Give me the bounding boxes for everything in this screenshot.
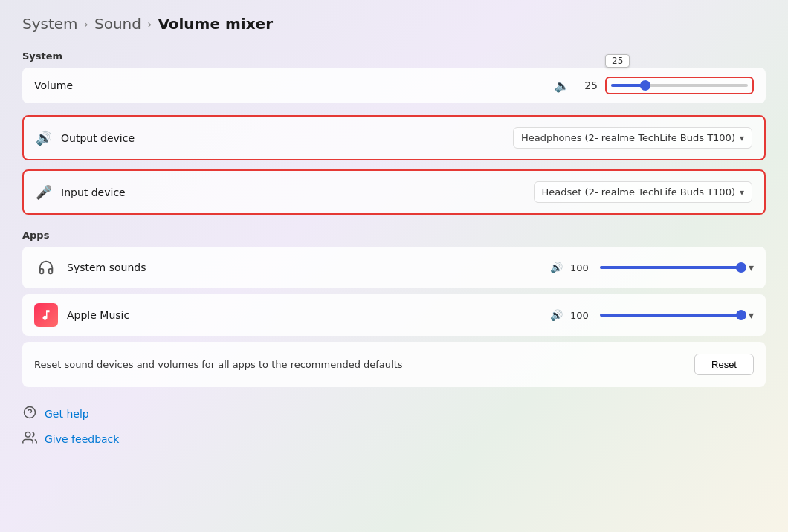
output-device-value: Headphones (2- realme TechLife Buds T100… (521, 132, 735, 143)
get-help-icon (22, 405, 37, 423)
system-sounds-expand[interactable]: ▾ (749, 262, 754, 273)
give-feedback-link[interactable]: Give feedback (22, 430, 766, 448)
input-device-row: 🎤 Input device Headset (2- realme TechLi… (24, 171, 764, 213)
system-sounds-volume-number: 100 (570, 262, 592, 273)
apps-section-label: Apps (22, 230, 766, 241)
volume-bubble: 25 (605, 54, 630, 68)
input-device-label: Input device (61, 186, 126, 198)
input-device-card: 🎤 Input device Headset (2- realme TechLi… (22, 169, 766, 215)
footer: Get help Give feedback (22, 405, 766, 448)
apple-music-card: Apple Music 🔊 100 ▾ (22, 294, 766, 336)
system-sounds-fill (600, 266, 741, 269)
volume-slider[interactable] (605, 77, 754, 94)
apple-music-icon (34, 303, 58, 327)
system-sounds-row: System sounds 🔊 100 ▾ (22, 247, 766, 288)
output-device-card: 🔊 Output device Headphones (2- realme Te… (22, 115, 766, 160)
input-device-select[interactable]: Headset (2- realme TechLife Buds T100) ▾ (534, 181, 752, 203)
system-sounds-controls: 🔊 100 ▾ (550, 259, 754, 276)
system-sounds-card: System sounds 🔊 100 ▾ (22, 247, 766, 288)
volume-slider-wrapper[interactable]: 25 (605, 77, 754, 94)
apple-music-track (600, 314, 741, 317)
reset-text: Reset sound devices and volumes for all … (34, 359, 403, 370)
system-sounds-slider[interactable] (600, 259, 741, 276)
volume-icon: 🔈 (555, 79, 569, 93)
output-device-label: Output device (61, 132, 135, 144)
volume-thumb[interactable] (640, 80, 650, 91)
apps-section: Apps System sounds 🔊 100 (22, 230, 766, 387)
volume-row: Volume 🔈 25 25 (22, 68, 766, 103)
apple-music-fill (600, 314, 741, 317)
volume-label: Volume (34, 80, 94, 91)
input-device-icon: 🎤 (36, 184, 52, 200)
apple-music-name: Apple Music (67, 309, 129, 321)
apple-music-volume-number: 100 (570, 310, 592, 321)
volume-number: 25 (577, 80, 598, 91)
output-device-select[interactable]: Headphones (2- realme TechLife Buds T100… (513, 127, 752, 149)
breadcrumb-sep2: › (147, 17, 152, 31)
reset-card: Reset sound devices and volumes for all … (22, 342, 766, 387)
apple-music-controls: 🔊 100 ▾ (550, 306, 754, 324)
give-feedback-label: Give feedback (45, 433, 119, 445)
breadcrumb-sep1: › (84, 17, 88, 31)
give-feedback-icon (22, 430, 37, 448)
volume-controls: 🔈 25 25 (555, 77, 754, 94)
svg-point-0 (25, 407, 36, 418)
apple-music-row: Apple Music 🔊 100 ▾ (22, 294, 766, 336)
svg-point-2 (25, 432, 30, 438)
reset-button[interactable]: Reset (694, 354, 754, 375)
get-help-link[interactable]: Get help (22, 405, 766, 423)
output-device-icon: 🔊 (36, 130, 52, 146)
volume-track (611, 84, 748, 87)
system-section-label: System (22, 51, 766, 62)
apple-music-slider[interactable] (600, 306, 741, 324)
system-sounds-icon (34, 256, 58, 279)
apple-music-volume-icon: 🔊 (550, 309, 563, 321)
breadcrumb: System › Sound › Volume mixer (22, 15, 766, 33)
breadcrumb-system[interactable]: System (22, 15, 78, 33)
system-sounds-volume-icon: 🔊 (550, 262, 563, 273)
get-help-label: Get help (45, 408, 89, 420)
system-sounds-thumb[interactable] (736, 262, 746, 273)
system-volume-card: Volume 🔈 25 25 (22, 68, 766, 103)
system-sounds-name: System sounds (67, 262, 146, 273)
output-device-row: 🔊 Output device Headphones (2- realme Te… (24, 117, 764, 159)
input-device-value: Headset (2- realme TechLife Buds T100) (542, 186, 735, 198)
system-sounds-track (600, 266, 741, 269)
apple-music-thumb[interactable] (736, 310, 746, 320)
input-device-chevron: ▾ (740, 187, 744, 198)
output-device-chevron: ▾ (740, 133, 744, 143)
breadcrumb-sound[interactable]: Sound (94, 15, 141, 33)
apple-music-expand[interactable]: ▾ (749, 309, 754, 321)
breadcrumb-current: Volume mixer (158, 15, 273, 33)
